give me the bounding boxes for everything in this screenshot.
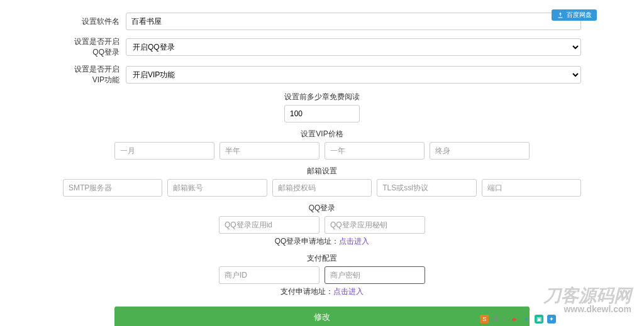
- qq-apply-link[interactable]: 点击进入: [339, 237, 369, 246]
- mail-tls-input[interactable]: [377, 179, 476, 197]
- label-qq-toggle: 设置是否开启QQ登录: [63, 36, 126, 58]
- qq-apply-prefix: QQ登录申请地址：: [275, 237, 340, 246]
- cloud-badge[interactable]: 百度网盘: [552, 9, 597, 21]
- tray-icon-3: ●: [522, 315, 531, 323]
- qq-appsecret-input[interactable]: [325, 216, 425, 234]
- pay-apply-line: 支付申请地址：点击进入: [63, 286, 581, 297]
- qq-appid-input[interactable]: [219, 216, 319, 234]
- vip-month-input[interactable]: [114, 142, 214, 160]
- mail-port-input[interactable]: [482, 179, 581, 197]
- software-name-input[interactable]: [126, 13, 581, 30]
- label-software-name: 设置软件名: [63, 16, 126, 27]
- section-qq: QQ登录: [63, 203, 581, 214]
- cloud-icon: [557, 11, 564, 19]
- section-pay: 支付配置: [63, 253, 581, 264]
- free-chapters-input[interactable]: [284, 105, 360, 122]
- qq-login-select[interactable]: 开启QQ登录: [126, 38, 581, 56]
- mail-auth-input[interactable]: [272, 179, 372, 197]
- pay-apply-prefix: 支付申请地址：: [280, 287, 333, 296]
- pay-apply-link[interactable]: 点击进入: [333, 287, 364, 296]
- vip-lifetime-input[interactable]: [430, 142, 530, 160]
- tray-icon-1: S: [480, 315, 489, 323]
- vip-select[interactable]: 开启VIP功能: [126, 66, 581, 84]
- mail-account-input[interactable]: [167, 179, 267, 197]
- tray-dot: •: [503, 315, 506, 323]
- modify-button[interactable]: 修改: [114, 307, 530, 326]
- tray-icon-4: ▣: [535, 315, 543, 323]
- tray-lang: 英: [492, 314, 499, 323]
- merchant-secret-input[interactable]: [325, 266, 425, 284]
- qq-apply-line: QQ登录申请地址：点击进入: [63, 236, 581, 247]
- tray-icon-2: ◆: [509, 315, 518, 323]
- bottom-tray: S 英 • ◆ ● ▣ ✦: [480, 314, 556, 323]
- vip-year-input[interactable]: [325, 142, 425, 160]
- vip-halfyear-input[interactable]: [219, 142, 319, 160]
- badge-text: 百度网盘: [567, 11, 592, 19]
- smtp-input[interactable]: [63, 179, 162, 197]
- section-vip-price: 设置VIP价格: [63, 129, 581, 139]
- label-vip-toggle: 设置是否开启VIP功能: [63, 64, 126, 85]
- section-free-chapters: 设置前多少章免费阅读: [63, 92, 581, 102]
- tray-icon-5: ✦: [547, 315, 556, 323]
- section-mail: 邮箱设置: [63, 166, 581, 177]
- merchant-id-input[interactable]: [219, 266, 319, 284]
